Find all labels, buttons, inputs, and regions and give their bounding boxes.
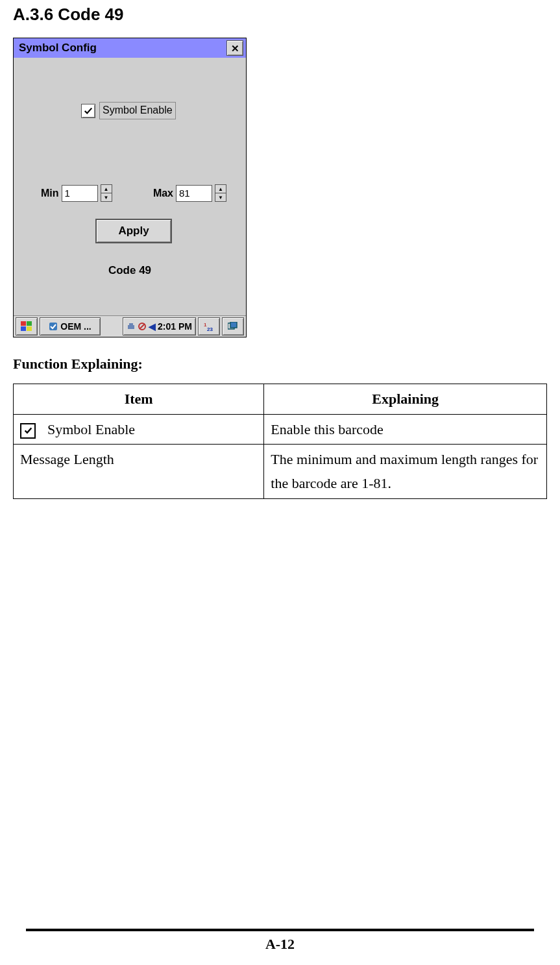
svg-rect-2 bbox=[21, 326, 26, 331]
item-text: Symbol Enable bbox=[47, 421, 135, 437]
code-type-label: Code 49 bbox=[14, 263, 246, 278]
speaker-icon: ◀ bbox=[149, 321, 156, 334]
taskbar-app-button[interactable]: OEM ... bbox=[40, 317, 101, 336]
min-input[interactable]: 1 bbox=[62, 185, 98, 202]
max-spinner[interactable]: ▲ ▼ bbox=[215, 184, 226, 202]
footer-rule bbox=[26, 929, 534, 931]
app-icon bbox=[49, 322, 58, 331]
svg-rect-0 bbox=[21, 321, 26, 326]
taskbar-time: 2:01 PM bbox=[158, 321, 192, 334]
symbol-enable-label: Symbol Enable bbox=[99, 102, 176, 119]
function-explaining-heading: Function Explaining: bbox=[13, 354, 547, 374]
min-spinner[interactable]: ▲ ▼ bbox=[101, 184, 112, 202]
svg-text:23: 23 bbox=[207, 326, 213, 332]
explain-cell: Enable this barcode bbox=[264, 414, 547, 444]
down-arrow-icon[interactable]: ▼ bbox=[215, 193, 226, 201]
max-label: Max bbox=[153, 186, 173, 201]
section-heading: A.3.6 Code 49 bbox=[13, 3, 547, 26]
table-row: Message Length The minimum and maximum l… bbox=[14, 444, 547, 498]
taskbar-tray[interactable]: ◀ 2:01 PM bbox=[123, 317, 196, 336]
symbol-config-screenshot: Symbol Config ✕ Symbol Enable Min 1 ▲ ▼ … bbox=[13, 38, 247, 337]
tray-icon-2 bbox=[138, 322, 147, 331]
up-arrow-icon[interactable]: ▲ bbox=[101, 185, 112, 193]
item-cell: Message Length bbox=[14, 444, 264, 498]
table-header-row: Item Explaining bbox=[14, 384, 547, 414]
svg-rect-6 bbox=[129, 323, 133, 325]
windows-flag-icon bbox=[21, 321, 32, 332]
table-row: Symbol Enable Enable this barcode bbox=[14, 414, 547, 444]
svg-rect-4 bbox=[49, 323, 57, 330]
item-cell: Symbol Enable bbox=[14, 414, 264, 444]
min-group: Min 1 ▲ ▼ bbox=[41, 184, 112, 202]
max-group: Max 81 ▲ ▼ bbox=[153, 184, 226, 202]
svg-line-8 bbox=[140, 324, 145, 329]
header-explaining: Explaining bbox=[264, 384, 547, 414]
max-input[interactable]: 81 bbox=[176, 185, 212, 202]
window-titlebar: Symbol Config ✕ bbox=[14, 38, 246, 58]
taskbar-app-label: OEM ... bbox=[60, 321, 91, 334]
tray-icon-1 bbox=[127, 322, 136, 331]
symbol-enable-checkbox[interactable] bbox=[81, 104, 95, 118]
windows-cascade-icon bbox=[228, 322, 238, 331]
window-title: Symbol Config bbox=[19, 40, 97, 56]
close-icon: ✕ bbox=[231, 42, 239, 55]
page-number: A-12 bbox=[13, 934, 547, 955]
min-label: Min bbox=[41, 186, 59, 201]
explaining-table: Item Explaining Symbol Enable Enable thi… bbox=[13, 384, 547, 499]
header-item: Item bbox=[14, 384, 264, 414]
close-button[interactable]: ✕ bbox=[226, 40, 243, 56]
explain-cell: The minimum and maximum length ranges fo… bbox=[264, 444, 547, 498]
check-icon bbox=[84, 106, 93, 116]
check-icon bbox=[24, 426, 32, 435]
length-row: Min 1 ▲ ▼ Max 81 ▲ ▼ bbox=[41, 184, 226, 202]
svg-rect-5 bbox=[128, 325, 134, 329]
apply-button[interactable]: Apply bbox=[95, 219, 172, 243]
down-arrow-icon[interactable]: ▼ bbox=[101, 193, 112, 201]
item-checkbox-icon bbox=[20, 423, 36, 439]
keyboard-icon: 123 bbox=[204, 321, 214, 332]
svg-rect-3 bbox=[27, 326, 32, 331]
taskbar: OEM ... ◀ 2:01 PM 123 bbox=[14, 315, 246, 337]
svg-rect-12 bbox=[230, 322, 237, 328]
taskbar-desktop-button[interactable] bbox=[222, 317, 244, 336]
taskbar-sip-button[interactable]: 123 bbox=[198, 317, 220, 336]
item-text: Message Length bbox=[20, 451, 114, 467]
symbol-enable-row: Symbol Enable bbox=[81, 102, 176, 119]
svg-rect-1 bbox=[27, 321, 32, 326]
up-arrow-icon[interactable]: ▲ bbox=[215, 185, 226, 193]
start-button[interactable] bbox=[16, 317, 38, 336]
